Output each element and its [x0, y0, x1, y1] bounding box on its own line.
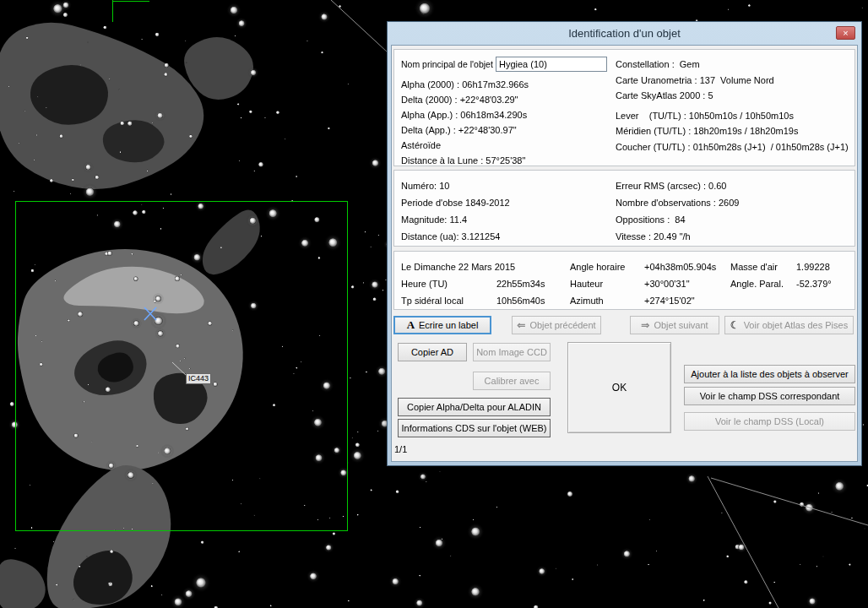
- object-name-row: Nom principal de l'objet: [401, 55, 607, 73]
- orbit-left-column: Numéro: 10 Periode d'obse 1849-2012 Magn…: [401, 177, 510, 245]
- page-indicator: 1/1: [394, 444, 407, 454]
- info-row-moon-distance: Distance à la Lune : 57°25'38": [401, 153, 607, 168]
- write-label-button[interactable]: A Ecrire un label: [393, 316, 491, 334]
- info-row-alpha-app: Alpha (App.) : 06h18m34.290s: [401, 107, 607, 122]
- object-name-input[interactable]: [496, 57, 607, 72]
- ephemeris-air-column: Masse d'air1.99228 Angle. Paral.-52.379°: [730, 258, 832, 292]
- arrow-left-icon: ⇐: [517, 319, 525, 331]
- orbit-right-column: Erreur RMS (arcsec) : 0.60 Nombre d'obse…: [616, 177, 739, 245]
- atlas-button: ☾ Voir objet Atlas des Pises: [724, 316, 854, 334]
- identity-left-column: Nom principal de l'objet Alpha (2000) : …: [401, 55, 607, 168]
- arrow-right-icon: ⇒: [641, 319, 649, 331]
- info-row-constellation: Constellation : Gem: [616, 57, 849, 73]
- info-row-sidereal: Tp sidéral local10h56m40s: [401, 292, 545, 309]
- moon-icon: ☾: [730, 319, 740, 331]
- info-row-meridian: Méridien (TU/TL) : 18h20m19s / 18h20m19s: [616, 123, 849, 139]
- info-row-number: Numéro: 10: [401, 177, 510, 194]
- info-row-type: Astéroïde: [401, 138, 607, 153]
- info-row-observations: Nombre d'observations : 2609: [616, 194, 739, 211]
- info-row-time: Heure (TU)22h55m34s: [401, 275, 545, 292]
- next-object-button: ⇒ Objet suivant: [630, 316, 719, 334]
- info-row-altitude: Hauteur+30°00'31": [570, 275, 716, 292]
- identification-dialog: Identification d'un objet × Nom principa…: [387, 21, 862, 466]
- info-row-oppositions: Oppositions : 84: [616, 211, 739, 228]
- ephemeris-coord-column: Angle horaire+04h38m05.904s Hauteur+30°0…: [570, 258, 716, 309]
- info-row-alpha2000: Alpha (2000) : 06h17m32.966s: [401, 77, 607, 92]
- info-row-distance: Distance (ua): 3.121254: [401, 228, 510, 245]
- info-row-date: Le Dimanche 22 Mars 2015: [401, 258, 545, 275]
- add-observe-list-button[interactable]: Ajouter à la liste des objets à observer: [684, 365, 855, 383]
- info-row-period: Periode d'obse 1849-2012: [401, 194, 510, 211]
- info-row-parallactic: Angle. Paral.-52.379°: [730, 275, 832, 292]
- info-row-speed: Vitesse : 20.49 "/h: [616, 228, 739, 245]
- info-row-rise: Lever (TU/TL) : 10h50m10s / 10h50m10s: [616, 108, 849, 124]
- identity-panel: Nom principal de l'objet Alpha (2000) : …: [393, 49, 855, 166]
- dialog-body: Nom principal de l'objet Alpha (2000) : …: [391, 45, 858, 462]
- ephemeris-date-column: Le Dimanche 22 Mars 2015 Heure (TU)22h55…: [401, 258, 545, 309]
- info-row-azimuth: Azimuth+274°15'02": [570, 292, 716, 309]
- dss-field-button[interactable]: Voir le champ DSS correspondant: [684, 387, 855, 405]
- dialog-title: Identification d'un objet: [568, 27, 681, 40]
- info-row-delta2000: Delta (2000) : +22°48'03.29": [401, 92, 607, 107]
- info-row-set: Coucher (TU/TL) : 01h50m28s (J+1) / 01h5…: [616, 139, 849, 155]
- copy-aladin-button[interactable]: Copier Alpha/Delta pour ALADIN: [398, 398, 551, 416]
- info-row-airmass: Masse d'air1.99228: [730, 258, 832, 275]
- label-a-icon: A: [407, 318, 415, 332]
- info-row-magnitude: Magnitude: 11.4: [401, 211, 510, 228]
- copy-ra-dec-button[interactable]: Copier AD: [398, 343, 467, 361]
- orbit-panel: Numéro: 10 Periode d'obse 1849-2012 Magn…: [393, 170, 855, 247]
- ccd-image-name-button: Nom Image CCD: [473, 343, 551, 361]
- info-row-skyatlas: Carte SkyAtlas 2000 : 5: [616, 88, 849, 104]
- object-name-label: Nom principal de l'objet: [401, 59, 496, 69]
- dialog-titlebar[interactable]: Identification d'un objet ×: [388, 22, 861, 44]
- nebula-label: IC443: [186, 373, 211, 384]
- ok-button[interactable]: OK: [567, 342, 671, 433]
- info-row-uranometria: Carte Uranometria : 137 Volume Nord: [616, 73, 849, 89]
- close-icon[interactable]: ×: [836, 26, 855, 40]
- info-row-delta-app: Delta (App.) : +22°48'30.97": [401, 122, 607, 138]
- info-row-rms: Erreur RMS (arcsec) : 0.60: [616, 177, 739, 194]
- cds-info-button[interactable]: Informations CDS sur l'objet (WEB): [398, 419, 551, 437]
- ephemeris-panel: Le Dimanche 22 Mars 2015 Heure (TU)22h55…: [393, 251, 855, 310]
- calibrate-button: Calibrer avec: [473, 372, 551, 390]
- info-row-hour-angle: Angle horaire+04h38m05.904s: [570, 258, 716, 275]
- identity-right-column: Constellation : Gem Carte Uranometria : …: [616, 57, 849, 155]
- dss-local-button: Voir le champ DSS (Local): [684, 412, 855, 431]
- prev-object-button: ⇐ Objet précédent: [512, 316, 601, 334]
